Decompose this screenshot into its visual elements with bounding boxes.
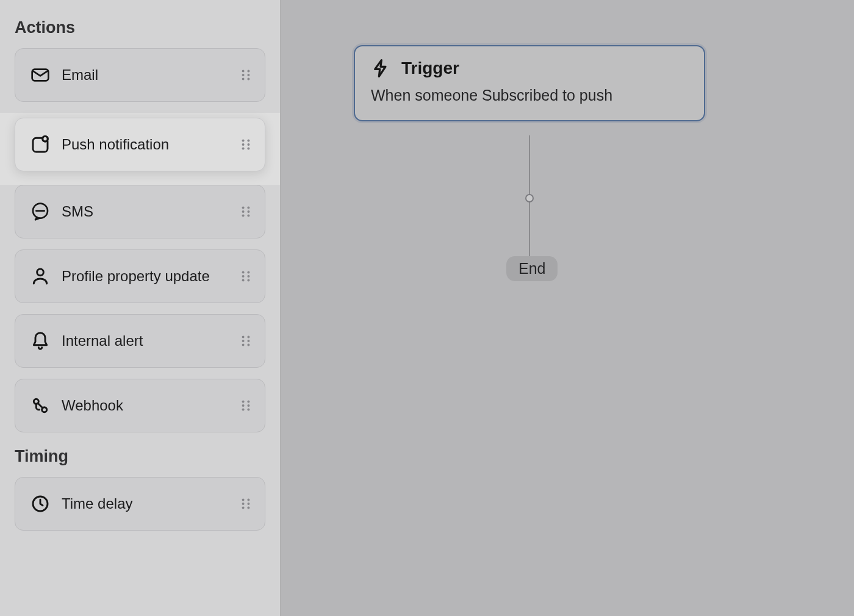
flow-connector bbox=[529, 135, 530, 260]
svg-point-12 bbox=[242, 143, 245, 146]
svg-point-15 bbox=[247, 148, 249, 150]
svg-point-19 bbox=[242, 210, 245, 213]
action-item-label: Push notification bbox=[62, 136, 228, 153]
bell-icon bbox=[30, 331, 51, 351]
svg-point-49 bbox=[242, 507, 245, 509]
svg-point-18 bbox=[247, 206, 249, 209]
svg-point-25 bbox=[247, 271, 249, 273]
svg-point-39 bbox=[247, 400, 249, 403]
svg-point-10 bbox=[242, 139, 245, 141]
svg-point-24 bbox=[242, 271, 245, 273]
end-node[interactable]: End bbox=[506, 256, 558, 281]
drag-handle-icon[interactable] bbox=[239, 68, 253, 82]
svg-point-33 bbox=[247, 340, 249, 342]
action-item-push[interactable]: Push notification bbox=[15, 118, 265, 171]
action-item-sms[interactable]: SMS bbox=[15, 185, 265, 238]
envelope-icon bbox=[30, 65, 51, 85]
drag-handle-icon[interactable] bbox=[239, 138, 253, 151]
person-icon bbox=[30, 266, 51, 287]
action-item-webhook[interactable]: Webhook bbox=[15, 379, 265, 432]
svg-point-17 bbox=[242, 206, 245, 209]
action-item-label: Internal alert bbox=[62, 332, 228, 349]
svg-point-50 bbox=[247, 507, 249, 509]
action-item-time-delay[interactable]: Time delay bbox=[15, 477, 265, 531]
trigger-header: Trigger bbox=[371, 59, 688, 78]
action-item-label: Webhook bbox=[62, 397, 228, 414]
svg-point-20 bbox=[247, 210, 249, 213]
svg-point-13 bbox=[247, 143, 249, 146]
svg-point-41 bbox=[247, 404, 249, 407]
svg-point-11 bbox=[247, 139, 249, 141]
sms-icon bbox=[30, 201, 51, 222]
svg-point-31 bbox=[247, 335, 249, 338]
svg-point-3 bbox=[242, 74, 245, 76]
action-item-internal-alert[interactable]: Internal alert bbox=[15, 314, 265, 368]
svg-point-21 bbox=[242, 215, 245, 217]
action-item-push-highlight: Push notification bbox=[0, 113, 280, 185]
lightning-icon bbox=[371, 59, 390, 78]
clock-icon bbox=[30, 493, 51, 514]
action-item-email[interactable]: Email bbox=[15, 48, 265, 102]
svg-point-23 bbox=[37, 269, 44, 276]
actions-sidebar: Actions Email Push notification bbox=[0, 0, 281, 616]
trigger-node[interactable]: Trigger When someone Subscribed to push bbox=[354, 45, 705, 121]
svg-point-6 bbox=[247, 78, 249, 81]
action-item-profile-property[interactable]: Profile property update bbox=[15, 249, 265, 303]
svg-point-5 bbox=[242, 78, 245, 81]
webhook-icon bbox=[30, 395, 51, 416]
action-item-label: Profile property update bbox=[62, 268, 228, 285]
section-title-timing: Timing bbox=[15, 447, 265, 466]
drag-handle-icon[interactable] bbox=[239, 497, 253, 510]
drag-handle-icon[interactable] bbox=[239, 334, 253, 348]
trigger-title: Trigger bbox=[401, 59, 459, 78]
drag-handle-icon[interactable] bbox=[239, 205, 253, 218]
svg-point-34 bbox=[242, 344, 245, 346]
svg-point-35 bbox=[247, 344, 249, 346]
add-step-handle[interactable] bbox=[525, 194, 534, 202]
action-item-label: Time delay bbox=[62, 495, 228, 512]
section-title-actions: Actions bbox=[15, 18, 265, 37]
action-item-label: Email bbox=[62, 66, 228, 84]
svg-point-45 bbox=[242, 498, 245, 501]
svg-point-38 bbox=[242, 400, 245, 403]
svg-point-48 bbox=[247, 503, 249, 505]
flow-canvas[interactable]: Trigger When someone Subscribed to push … bbox=[281, 0, 854, 616]
svg-point-30 bbox=[242, 335, 245, 338]
drag-handle-icon[interactable] bbox=[239, 399, 253, 412]
push-icon bbox=[30, 134, 51, 155]
svg-point-42 bbox=[242, 409, 245, 411]
drag-handle-icon[interactable] bbox=[239, 270, 253, 283]
svg-point-26 bbox=[242, 275, 245, 278]
svg-point-4 bbox=[247, 74, 249, 76]
svg-point-22 bbox=[247, 215, 249, 217]
action-item-label: SMS bbox=[62, 203, 228, 220]
trigger-description: When someone Subscribed to push bbox=[371, 87, 688, 104]
svg-point-40 bbox=[242, 404, 245, 407]
svg-point-29 bbox=[247, 279, 249, 282]
svg-point-43 bbox=[247, 409, 249, 411]
svg-point-14 bbox=[242, 148, 245, 150]
svg-point-47 bbox=[242, 503, 245, 505]
svg-point-28 bbox=[242, 279, 245, 282]
svg-point-46 bbox=[247, 498, 249, 501]
svg-point-32 bbox=[242, 340, 245, 342]
svg-point-2 bbox=[247, 70, 249, 72]
svg-point-1 bbox=[242, 70, 245, 72]
svg-point-27 bbox=[247, 275, 249, 278]
